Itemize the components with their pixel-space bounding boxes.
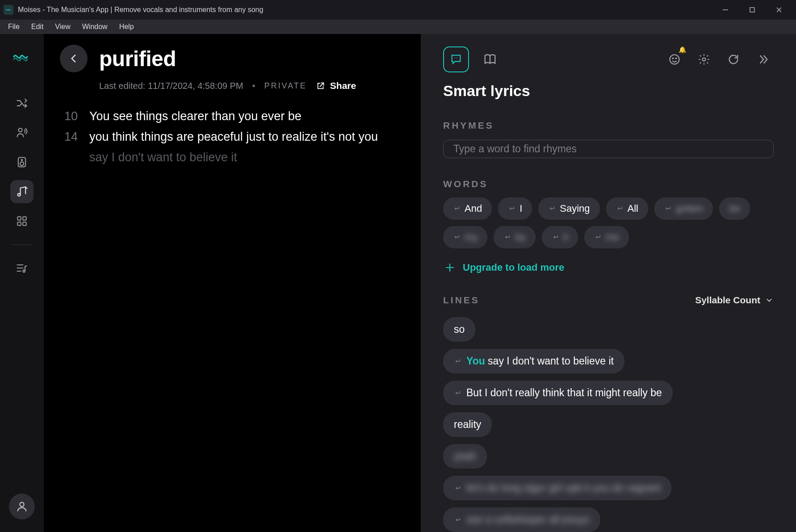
- sidebar-voice-icon[interactable]: [10, 121, 34, 144]
- rhymes-input[interactable]: [443, 140, 774, 158]
- lines-section-label: LINES: [443, 295, 695, 306]
- settings-icon[interactable]: [693, 49, 715, 70]
- visibility-badge: PRIVATE: [264, 81, 306, 91]
- share-label: Share: [330, 80, 356, 91]
- word-chip-label: I: [519, 203, 522, 214]
- enter-icon: [453, 205, 460, 212]
- line-suggestion-chip[interactable]: reality: [443, 412, 492, 437]
- menu-view[interactable]: View: [50, 21, 75, 33]
- menu-edit[interactable]: Edit: [26, 21, 49, 33]
- svg-rect-10: [23, 217, 26, 220]
- lyric-text: You see things clearer than you ever be: [89, 106, 302, 127]
- word-chip-label: Saying: [560, 203, 590, 214]
- enter-icon: [454, 516, 461, 524]
- panel-title: Smart lyrics: [443, 82, 774, 100]
- emoji-button-icon[interactable]: 🔔: [664, 49, 685, 70]
- svg-rect-12: [23, 222, 26, 226]
- back-button[interactable]: [60, 45, 88, 72]
- word-chip: gotten: [654, 197, 713, 220]
- window-close-button[interactable]: [766, 1, 792, 19]
- lyrics-editor[interactable]: 10You see things clearer than you ever b…: [60, 106, 405, 168]
- word-chip[interactable]: Saying: [538, 197, 599, 220]
- enter-icon: [552, 234, 559, 241]
- svg-point-22: [703, 58, 706, 61]
- sidebar-divider: [11, 244, 33, 245]
- enter-icon: [454, 358, 461, 365]
- enter-icon: [616, 205, 623, 212]
- enter-icon: [503, 234, 511, 241]
- word-chip: me: [584, 226, 629, 248]
- lyric-line[interactable]: 14you think things are peaceful just to …: [60, 127, 405, 147]
- line-suggestion-text: see a softwhisper all jreuys: [466, 514, 590, 526]
- menubar: File Edit View Window Help: [0, 20, 796, 34]
- word-chip-label: All: [628, 203, 638, 214]
- word-chip-label: gotten: [676, 203, 703, 214]
- share-button[interactable]: Share: [316, 80, 356, 91]
- syllable-count-dropdown[interactable]: Syllable Count: [695, 295, 774, 306]
- menu-help[interactable]: Help: [114, 21, 139, 33]
- word-chip-label: my: [465, 231, 478, 243]
- word-chip-label: be: [729, 203, 740, 214]
- enter-icon: [508, 205, 515, 212]
- sidebar-grid-icon[interactable]: [10, 209, 34, 233]
- words-chip-row: AndISayingAllgottenbemybyitme: [443, 197, 774, 248]
- tab-dictionary-icon[interactable]: [477, 46, 503, 72]
- sidebar: [0, 34, 44, 532]
- editor-pane: purified Last edited: 11/17/2024, 4:58:0…: [44, 34, 421, 532]
- word-chip[interactable]: All: [606, 197, 648, 220]
- syllable-count: 14: [60, 127, 78, 147]
- sidebar-speaker-icon[interactable]: [10, 151, 34, 174]
- word-chip: be: [719, 197, 750, 220]
- window-minimize-button[interactable]: [712, 1, 739, 19]
- line-suggestion-chip: let's do long sigur girl upk k you do va…: [443, 476, 671, 500]
- window-title: Moises - The Musician's App | Remove voc…: [18, 6, 712, 14]
- line-suggestion-text: reality: [454, 419, 481, 431]
- sidebar-shuffle-icon[interactable]: [10, 92, 34, 115]
- sidebar-user-avatar[interactable]: [9, 494, 35, 519]
- lyric-line[interactable]: say I don't want to believe it: [60, 147, 405, 168]
- words-section-label: WORDS: [443, 179, 774, 189]
- svg-rect-11: [17, 222, 21, 226]
- lyric-text: say I don't want to believe it: [89, 147, 237, 168]
- word-chip[interactable]: I: [498, 197, 532, 220]
- rhymes-section-label: RHYMES: [443, 120, 774, 131]
- document-title[interactable]: purified: [99, 46, 176, 71]
- upgrade-button[interactable]: Upgrade to load more: [443, 261, 774, 274]
- plus-icon: [443, 261, 457, 274]
- word-chip[interactable]: And: [443, 197, 492, 220]
- line-suggestion-chip[interactable]: You say I don't want to believe it: [443, 349, 624, 373]
- line-suggestion-chip: see a softwhisper all jreuys: [443, 507, 600, 532]
- menu-window[interactable]: Window: [77, 21, 113, 33]
- enter-icon: [453, 234, 460, 241]
- lyric-text: you think things are peaceful just to re…: [89, 127, 378, 147]
- lyric-line[interactable]: 10You see things clearer than you ever b…: [60, 106, 405, 127]
- collapse-panel-icon[interactable]: [752, 49, 774, 70]
- word-chip: my: [443, 226, 487, 248]
- line-suggestion-text: But I don't really think that it might r…: [466, 387, 662, 399]
- svg-point-16: [23, 270, 25, 272]
- line-suggestion-chip[interactable]: so: [443, 317, 475, 342]
- menu-file[interactable]: File: [3, 21, 25, 33]
- syllable-count: 10: [60, 106, 78, 127]
- smart-lyrics-panel: 🔔 Smart lyrics RHYMES WORDS AndISayingAl…: [421, 34, 796, 532]
- line-suggestion-chip[interactable]: But I don't really think that it might r…: [443, 381, 673, 405]
- line-suggestion-text: yeah: [454, 450, 476, 462]
- word-chip-label: And: [465, 203, 482, 214]
- word-chip-label: by: [515, 231, 525, 243]
- line-suggestion-chip: yeah: [443, 444, 487, 469]
- svg-point-19: [670, 55, 679, 64]
- word-chip: by: [494, 226, 535, 248]
- refresh-icon[interactable]: [723, 49, 744, 70]
- enter-icon: [454, 390, 461, 397]
- window-maximize-button[interactable]: [739, 1, 766, 19]
- brand-logo[interactable]: [10, 45, 34, 68]
- sidebar-lyrics-icon[interactable]: [10, 180, 34, 203]
- svg-point-4: [18, 128, 22, 132]
- sidebar-playlist-icon[interactable]: [10, 256, 34, 280]
- window-titlebar: Moises - The Musician's App | Remove voc…: [0, 0, 796, 20]
- tab-suggestions-icon[interactable]: [443, 46, 469, 72]
- word-chip-label: it: [563, 231, 568, 243]
- line-suggestion-text: let's do long sigur girl upk k you do va…: [466, 482, 661, 494]
- app-logo-icon: [4, 5, 13, 15]
- word-chip: it: [542, 226, 578, 248]
